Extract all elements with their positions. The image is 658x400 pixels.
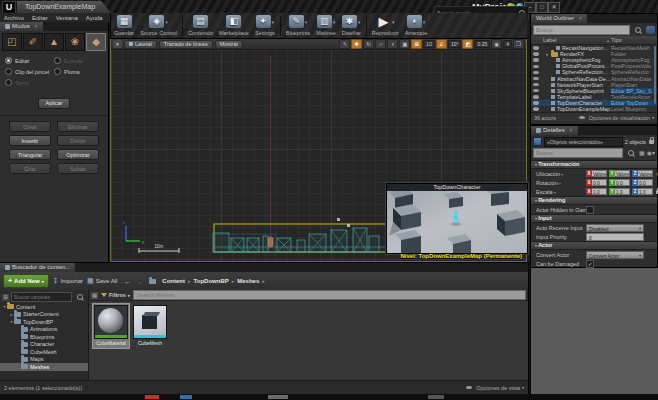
- save-all-button[interactable]: ▦ Save All: [87, 277, 117, 285]
- camera-speed-value[interactable]: 4: [503, 40, 512, 48]
- folder-content[interactable]: ▾Content: [0, 303, 88, 311]
- import-button[interactable]: ↧ Importar: [53, 277, 83, 285]
- escala-y-field[interactable]: 1.0: [615, 188, 630, 195]
- landscape-mode-icon[interactable]: ▲: [44, 33, 64, 51]
- edit-blueprint-link[interactable]: Editar TopDown: [611, 100, 657, 106]
- tab-modes[interactable]: Modos ✕: [0, 22, 43, 31]
- taskbar-item[interactable]: [268, 395, 288, 399]
- show-flags-button[interactable]: Mostrar: [215, 40, 244, 49]
- marketplace-button[interactable]: ◧Marketplace: [219, 15, 249, 36]
- level-viewport[interactable]: ▾ Lateral Trazado de líneas Mostrar ↖✚↻▱…: [110, 39, 527, 262]
- arranque-button[interactable]: ◗▾Arranque: [405, 15, 428, 36]
- viewport-options-icon[interactable]: ▾: [113, 40, 122, 48]
- input-priority-field[interactable]: 0: [586, 233, 644, 241]
- contenido-button[interactable]: ▤Contenido: [188, 15, 213, 36]
- restore-button[interactable]: □: [536, 2, 548, 13]
- grid-snap-icon[interactable]: ⊞: [411, 39, 422, 49]
- taskbar-item[interactable]: [145, 395, 159, 399]
- section-header-transformaci-n[interactable]: Transformación: [531, 160, 657, 169]
- forward-arrow-icon[interactable]: →: [135, 278, 142, 285]
- back-arrow-icon[interactable]: ←: [124, 278, 131, 285]
- close-button[interactable]: ✕: [548, 2, 560, 13]
- scrollbar[interactable]: [654, 46, 656, 104]
- rotaci-n-z-field[interactable]: 0.0: [638, 179, 653, 186]
- actor-hidden-in-game-checkbox[interactable]: [586, 206, 594, 214]
- source-control-button[interactable]: ◈▾Source Control: [140, 15, 177, 36]
- invertir-button[interactable]: Invertir: [9, 135, 51, 146]
- coordinate-system-icon[interactable]: ◐: [387, 39, 398, 49]
- grid-snap-value[interactable]: 10: [423, 40, 435, 48]
- folder-topdownbp[interactable]: ▾TopDownBP: [0, 318, 88, 326]
- menu-editar[interactable]: Editar: [28, 15, 52, 21]
- property-matrix-icon[interactable]: ▦: [639, 149, 645, 157]
- column-label[interactable]: Label: [531, 37, 607, 43]
- menu-ventana[interactable]: Ventana: [52, 15, 82, 21]
- dividir-button[interactable]: Dividir: [57, 135, 99, 146]
- optimizar-button[interactable]: Optimizar: [57, 149, 99, 160]
- move-tool-icon[interactable]: ✚: [351, 39, 362, 49]
- scale-tool-icon[interactable]: ▱: [375, 39, 386, 49]
- chevron-down-icon[interactable]: ▾: [272, 19, 275, 25]
- folder-search-input[interactable]: [11, 292, 72, 302]
- radio-icon[interactable]: [5, 68, 12, 75]
- add-new-button[interactable]: + Add New ▾: [3, 274, 49, 288]
- details-search-input[interactable]: [533, 148, 623, 158]
- folder-cubemesh[interactable]: CubeMesh: [0, 348, 88, 356]
- guardar-button[interactable]: ▦Guardar: [114, 15, 134, 36]
- escala-x-field[interactable]: 1.0: [592, 188, 607, 195]
- filters-button[interactable]: Filtros ▾: [101, 292, 130, 298]
- visibility-eye-icon[interactable]: [533, 71, 539, 75]
- taskbar-item[interactable]: [180, 395, 192, 399]
- place-mode-icon[interactable]: ◰: [2, 33, 22, 51]
- dise-ar-button[interactable]: ✱▾Diseñar: [342, 15, 361, 36]
- visibility-eye-icon[interactable]: [533, 52, 539, 56]
- folder-animations[interactable]: Animations: [0, 326, 88, 334]
- visibility-eye-icon[interactable]: [533, 95, 539, 99]
- visibility-eye-icon[interactable]: [533, 101, 539, 105]
- asset-search-input[interactable]: [133, 290, 526, 300]
- matinee-button[interactable]: ▥▾Matinee: [316, 15, 336, 36]
- settings-button[interactable]: ✦▾Settings: [255, 15, 275, 36]
- chevron-down-icon[interactable]: ▾: [423, 19, 426, 25]
- rotate-tool-icon[interactable]: ↻: [363, 39, 374, 49]
- chevron-down-icon[interactable]: ▾: [305, 19, 308, 25]
- breadcrumb-meshes[interactable]: Meshes: [237, 278, 259, 284]
- character-preview-window[interactable]: TopDownCharacter: [386, 183, 528, 254]
- section-header-rendering[interactable]: Rendering: [531, 196, 657, 205]
- section-header-input[interactable]: Input: [531, 214, 657, 223]
- radio-icon[interactable]: [5, 57, 12, 64]
- option-editar[interactable]: Editar: [5, 57, 54, 64]
- level-document-tab[interactable]: TopDownExampleMap: [17, 1, 111, 13]
- option-extrude[interactable]: Extrude: [54, 57, 103, 64]
- cb-view-options-button[interactable]: Opciones de vista ▾: [464, 385, 524, 391]
- auto-receive-input-dropdown[interactable]: Disabled▾: [586, 224, 644, 232]
- ubicaci-n-y-field[interactable]: Valores: [615, 170, 630, 177]
- lock-icon[interactable]: [649, 140, 654, 144]
- outliner-view-options-button[interactable]: Opciones de visualización ▾: [577, 115, 654, 121]
- folder-blueprints[interactable]: Blueprints: [0, 333, 88, 341]
- folder-character[interactable]: Character: [0, 341, 88, 349]
- advanced-search-icon[interactable]: [646, 26, 655, 34]
- chevron-down-icon[interactable]: ▾: [165, 19, 168, 25]
- outliner-column-header[interactable]: Label ▴ Tipo: [531, 36, 657, 45]
- triangular-button[interactable]: Triangular: [9, 149, 51, 160]
- select-tool-icon[interactable]: ↖: [339, 39, 350, 49]
- thumbnail-size-icon[interactable]: ▦: [91, 292, 98, 299]
- tab-content-browser[interactable]: Buscador de conten...: [0, 263, 75, 272]
- blueprints-button[interactable]: ✎▾Blueprints: [286, 15, 310, 36]
- visibility-eye-icon[interactable]: [533, 77, 539, 81]
- folder-maps[interactable]: Maps: [0, 356, 88, 364]
- character-capsule[interactable]: [268, 237, 273, 247]
- apply-button[interactable]: Aplicar: [38, 98, 71, 109]
- radio-icon[interactable]: [54, 57, 61, 64]
- ubicaci-n-x-field[interactable]: Valores: [592, 170, 607, 177]
- eliminar-button[interactable]: Eliminar: [57, 121, 99, 132]
- ubicaci-n-z-field[interactable]: Valores: [638, 170, 653, 177]
- girar-button[interactable]: Girar: [9, 163, 51, 174]
- escala-z-field[interactable]: 1.0: [638, 188, 653, 195]
- radio-icon[interactable]: [54, 68, 61, 75]
- geometry-mode-icon[interactable]: ◆: [86, 33, 106, 51]
- scale-snap-value[interactable]: 0.25: [474, 40, 490, 48]
- convert-actor-dropdown[interactable]: Convert Actor▾: [586, 251, 644, 259]
- option-torno[interactable]: Torno: [5, 79, 54, 86]
